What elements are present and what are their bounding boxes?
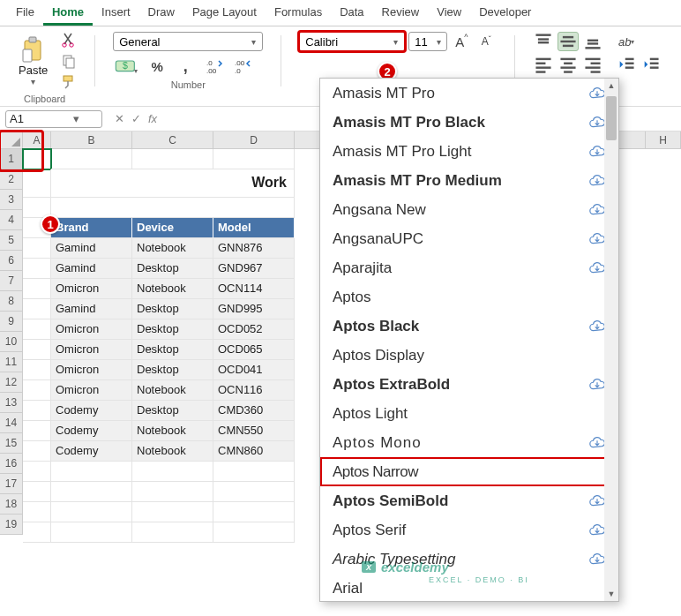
row-header[interactable]: 16 xyxy=(0,454,23,474)
cell[interactable]: Notebook xyxy=(132,421,213,441)
cell[interactable]: Gamind xyxy=(51,299,132,319)
row-header[interactable]: 3 xyxy=(0,190,23,210)
cell[interactable] xyxy=(132,482,213,502)
cell[interactable]: GNN876 xyxy=(213,238,295,259)
cell[interactable] xyxy=(23,319,51,340)
cell[interactable] xyxy=(23,279,51,299)
row-header[interactable]: 13 xyxy=(0,393,23,413)
font-size-dropdown[interactable]: ▾ xyxy=(408,32,447,51)
cell[interactable] xyxy=(23,462,51,482)
percent-button[interactable]: % xyxy=(146,56,168,76)
cell[interactable]: Gamind xyxy=(51,238,132,259)
tab-draw[interactable]: Draw xyxy=(139,0,183,26)
format-painter-button[interactable] xyxy=(61,74,77,90)
cell[interactable] xyxy=(23,238,51,259)
cell[interactable]: Omicron xyxy=(51,380,132,401)
cell[interactable] xyxy=(51,502,132,522)
font-option[interactable]: Aparajita xyxy=(320,253,618,282)
scrollbar[interactable]: ▲ ▼ xyxy=(604,79,618,601)
align-center-button[interactable] xyxy=(558,55,579,74)
cell[interactable] xyxy=(51,198,295,218)
tab-data[interactable]: Data xyxy=(331,0,372,26)
font-option[interactable]: Amasis MT Pro Light xyxy=(320,137,618,166)
tab-developer[interactable]: Developer xyxy=(470,0,540,26)
font-option[interactable]: Amasis MT Pro xyxy=(320,79,618,108)
font-option[interactable]: Aptos Display xyxy=(320,341,618,370)
cell[interactable] xyxy=(51,462,132,482)
cell[interactable]: Desktop xyxy=(132,259,213,279)
cell[interactable]: OCN116 xyxy=(213,380,295,401)
increase-decimal-button[interactable]: .0.00 xyxy=(203,56,224,76)
align-middle-button[interactable] xyxy=(558,32,579,51)
cell[interactable] xyxy=(213,502,295,522)
active-cell[interactable] xyxy=(23,149,51,169)
cell[interactable]: Desktop xyxy=(132,401,213,421)
font-option[interactable]: Aptos Black xyxy=(320,312,618,341)
cell[interactable]: Desktop xyxy=(132,319,213,340)
number-format-dropdown[interactable]: ▾ xyxy=(113,32,263,51)
cell[interactable] xyxy=(23,169,51,198)
col-header-C[interactable]: C xyxy=(132,131,213,149)
font-name-dropdown[interactable]: ▾ xyxy=(299,32,405,51)
cell[interactable]: CMD360 xyxy=(213,401,295,421)
cell[interactable] xyxy=(132,502,213,522)
cell[interactable] xyxy=(23,441,51,462)
font-option[interactable]: AngsanaUPC xyxy=(320,224,618,253)
font-option[interactable]: Amasis MT Pro Black xyxy=(320,108,618,137)
cell[interactable] xyxy=(132,462,213,482)
cancel-icon[interactable]: ✕ xyxy=(115,112,124,125)
font-option[interactable]: Amasis MT Pro Medium xyxy=(320,166,618,195)
row-header[interactable]: 19 xyxy=(0,515,23,535)
cell[interactable]: Notebook xyxy=(132,441,213,462)
row-header[interactable]: 7 xyxy=(0,271,23,291)
cell[interactable]: Omicron xyxy=(51,319,132,340)
increase-font-button[interactable]: A^ xyxy=(451,32,472,51)
tab-file[interactable]: File xyxy=(7,0,43,26)
align-left-button[interactable] xyxy=(533,55,554,74)
cell[interactable] xyxy=(23,380,51,401)
cell[interactable]: GND967 xyxy=(213,259,295,279)
cell[interactable]: Model xyxy=(213,218,295,238)
cell[interactable] xyxy=(51,482,132,502)
cell[interactable]: Codemy xyxy=(51,421,132,441)
cell[interactable]: OCD041 xyxy=(213,360,295,380)
cell[interactable] xyxy=(213,462,295,482)
row-header[interactable]: 6 xyxy=(0,251,23,271)
decrease-indent-button[interactable] xyxy=(616,55,637,74)
decrease-font-button[interactable]: Aˇ xyxy=(475,32,497,51)
cell[interactable]: Codemy xyxy=(51,441,132,462)
cell[interactable]: Device xyxy=(132,218,213,238)
font-option[interactable]: Aptos Light xyxy=(320,399,618,428)
cell[interactable]: Notebook xyxy=(132,238,213,259)
font-option[interactable]: Aptos Narrow xyxy=(320,457,618,486)
cell[interactable]: OCN114 xyxy=(213,279,295,299)
font-option[interactable]: Aptos xyxy=(320,282,618,312)
row-header[interactable]: 10 xyxy=(0,332,23,352)
copy-button[interactable] xyxy=(61,53,77,69)
font-option[interactable]: Aptos Mono xyxy=(320,428,618,457)
align-bottom-button[interactable] xyxy=(582,32,603,51)
font-option[interactable]: Aptos ExtraBold xyxy=(320,370,618,399)
cell[interactable] xyxy=(23,502,51,522)
cell[interactable] xyxy=(23,401,51,421)
row-header[interactable]: 11 xyxy=(0,352,23,372)
cell[interactable]: Notebook xyxy=(132,380,213,401)
cell[interactable] xyxy=(213,482,295,502)
cell[interactable]: OCD065 xyxy=(213,340,295,360)
font-size-input[interactable] xyxy=(413,34,435,49)
scroll-up-icon[interactable]: ▲ xyxy=(604,79,618,93)
cell[interactable] xyxy=(23,482,51,502)
row-header[interactable]: 9 xyxy=(0,312,23,332)
cell[interactable] xyxy=(51,149,132,169)
enter-icon[interactable]: ✓ xyxy=(131,112,141,125)
cell[interactable]: Desktop xyxy=(132,299,213,319)
name-box[interactable]: A1 ▾ xyxy=(5,110,102,128)
cell[interactable]: CMN860 xyxy=(213,441,295,462)
row-header[interactable]: 4 xyxy=(0,210,23,230)
cell[interactable] xyxy=(213,149,295,169)
cell[interactable]: Notebook xyxy=(132,279,213,299)
increase-indent-button[interactable] xyxy=(640,55,662,74)
select-all-corner[interactable] xyxy=(0,131,23,149)
row-header[interactable]: 8 xyxy=(0,291,23,312)
row-header[interactable]: 14 xyxy=(0,413,23,433)
